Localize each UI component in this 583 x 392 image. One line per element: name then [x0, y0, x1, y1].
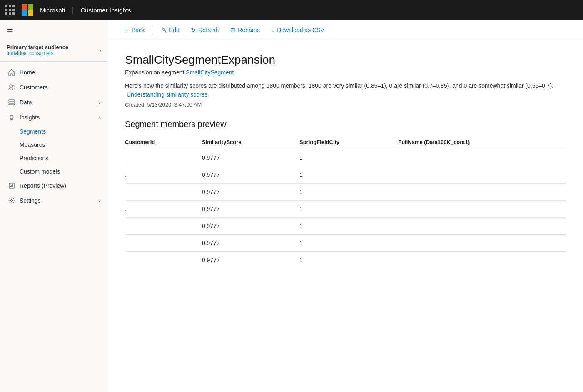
svg-rect-4	[9, 104, 15, 105]
rename-label: Rename	[238, 27, 260, 33]
sidebar-item-customers[interactable]: Customers	[0, 80, 108, 95]
cell-similarity-score: 0.9777	[202, 149, 299, 166]
main-layout: ☰ Primary target audience Individual con…	[0, 20, 583, 392]
cell-city: 1	[299, 201, 398, 218]
data-icon	[8, 99, 15, 106]
cell-similarity-score: 0.9777	[202, 184, 299, 201]
sidebar-item-settings[interactable]: Settings ∨	[0, 193, 108, 208]
sidebar-item-segments-label: Segments	[20, 128, 46, 135]
cell-city: 1	[299, 184, 398, 201]
segment-link[interactable]: SmallCitySegment	[186, 69, 234, 76]
sidebar-item-measures-label: Measures	[20, 141, 45, 148]
microsoft-logo	[22, 4, 33, 16]
sidebar-item-insights[interactable]: Insights ∧	[0, 110, 108, 125]
insights-chevron-icon: ∧	[98, 115, 101, 120]
edit-label: Edit	[169, 27, 179, 33]
table-row: 0.9777 1	[125, 235, 566, 252]
topbar: Microsoft | Customer Insights	[0, 0, 583, 20]
segment-subtitle: Expansion on segment SmallCitySegment	[125, 69, 566, 76]
sidebar-item-reports[interactable]: Reports (Preview)	[0, 178, 108, 193]
col-customer-id: CustomerId	[125, 136, 202, 149]
cell-similarity-score: 0.9777	[202, 252, 299, 269]
table-row: 0.9777 1	[125, 252, 566, 269]
content-area: ← Back ✎ Edit ↻ Refresh ⊟ Rename ↓ Downl…	[108, 20, 583, 392]
table-row: 0.9777 1	[125, 184, 566, 201]
sidebar-item-measures[interactable]: Measures	[0, 138, 108, 151]
refresh-label: Refresh	[198, 27, 219, 33]
hamburger-button[interactable]: ☰	[0, 20, 108, 39]
toolbar-divider-1	[153, 25, 153, 35]
similarity-scores-link[interactable]: Understanding similarity scores	[127, 91, 208, 98]
audience-chevron-icon: ›	[100, 47, 101, 53]
subtitle-prefix: Expansion on segment	[125, 69, 186, 76]
edit-button[interactable]: ✎ Edit	[157, 24, 184, 36]
audience-label: Primary target audience	[7, 44, 68, 50]
table-row: 0.9777 1	[125, 218, 566, 235]
insights-icon	[8, 114, 15, 121]
cell-customer-id	[125, 252, 202, 269]
preview-title: Segment members preview	[125, 119, 566, 129]
table-row: . 0.9777 1	[125, 166, 566, 184]
app-title: Customer Insights	[81, 7, 131, 14]
svg-point-12	[11, 200, 13, 202]
sidebar-item-home[interactable]: Home	[0, 65, 108, 80]
edit-icon: ✎	[162, 27, 167, 33]
sidebar-item-settings-label: Settings	[20, 197, 94, 204]
refresh-button[interactable]: ↻ Refresh	[186, 24, 224, 36]
data-chevron-icon: ∨	[98, 100, 101, 105]
home-icon	[8, 69, 15, 76]
cell-fullname	[398, 218, 566, 235]
audience-sub: Individual consumers	[7, 50, 68, 56]
table-header: CustomerId SimilarityScore SpringFieldCi…	[125, 136, 566, 149]
sidebar-nav: Home Customers Data ∨	[0, 62, 108, 392]
cell-city: 1	[299, 235, 398, 252]
main-content: SmallCitySegmentExpansion Expansion on s…	[108, 40, 583, 392]
settings-icon	[8, 197, 15, 204]
reports-icon	[8, 182, 15, 189]
topbar-divider: |	[72, 6, 74, 15]
sidebar-item-custom-models-label: Custom models	[20, 168, 60, 175]
segment-created: Created: 5/13/2020, 3:47:00 AM	[125, 102, 566, 108]
cell-customer-id	[125, 149, 202, 166]
settings-chevron-icon: ∨	[98, 198, 101, 203]
sidebar: ☰ Primary target audience Individual con…	[0, 20, 108, 392]
sidebar-item-custom-models[interactable]: Custom models	[0, 165, 108, 178]
toolbar: ← Back ✎ Edit ↻ Refresh ⊟ Rename ↓ Downl…	[108, 20, 583, 40]
rename-button[interactable]: ⊟ Rename	[225, 24, 265, 36]
cell-fullname	[398, 252, 566, 269]
back-icon: ←	[123, 27, 129, 33]
sidebar-item-segments[interactable]: Segments	[0, 125, 108, 138]
download-csv-button[interactable]: ↓ Download as CSV	[267, 24, 329, 36]
cell-similarity-score: 0.9777	[202, 218, 299, 235]
sidebar-item-data-label: Data	[20, 99, 94, 106]
segment-title: SmallCitySegmentExpansion	[125, 53, 566, 67]
col-city: SpringFieldCity	[299, 136, 398, 149]
svg-rect-2	[9, 100, 15, 101]
sidebar-item-predictions[interactable]: Predictions	[0, 151, 108, 165]
sidebar-item-reports-label: Reports (Preview)	[20, 182, 101, 189]
back-button[interactable]: ← Back	[118, 24, 149, 36]
customers-icon	[8, 84, 15, 91]
cell-similarity-score: 0.9777	[202, 201, 299, 218]
brand-label: Microsoft	[40, 7, 65, 14]
download-label: Download as CSV	[277, 27, 324, 33]
col-similarity-score: SimilarityScore	[202, 136, 299, 149]
cell-customer-id: .	[125, 201, 202, 218]
svg-point-0	[10, 85, 12, 87]
audience-selector[interactable]: Primary target audience Individual consu…	[0, 39, 108, 62]
members-table: CustomerId SimilarityScore SpringFieldCi…	[125, 136, 566, 268]
rename-icon: ⊟	[230, 27, 235, 33]
segment-description: Here's how the similarity scores are dis…	[125, 82, 566, 99]
col-fullname: FullName (Data100K_cont1)	[398, 136, 566, 149]
sidebar-item-customers-label: Customers	[20, 84, 101, 91]
sidebar-item-predictions-label: Predictions	[20, 155, 48, 161]
svg-rect-3	[9, 102, 15, 103]
cell-similarity-score: 0.9777	[202, 235, 299, 252]
cell-fullname	[398, 235, 566, 252]
cell-customer-id	[125, 235, 202, 252]
cell-fullname	[398, 184, 566, 201]
app-launcher-icon[interactable]	[5, 5, 15, 15]
back-label: Back	[132, 27, 145, 33]
sidebar-item-data[interactable]: Data ∨	[0, 95, 108, 110]
cell-customer-id	[125, 184, 202, 201]
